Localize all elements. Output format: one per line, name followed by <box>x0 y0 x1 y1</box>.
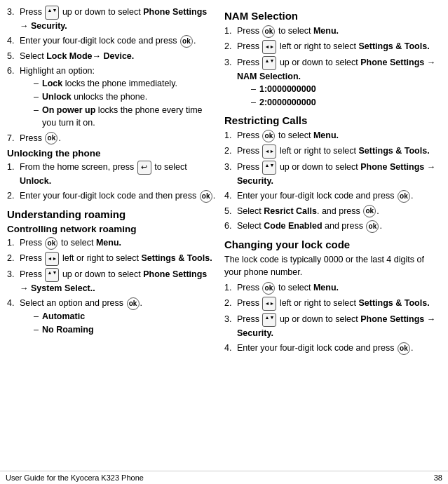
list-item: 3.Press up or down to select Phone Setti… <box>7 6 217 32</box>
item-number: 3. <box>224 161 231 173</box>
bold-subitem: 2:0000000000 <box>259 98 316 107</box>
bold-subitem: Unlock <box>42 92 72 102</box>
ok-button-icon: ok <box>262 130 275 142</box>
list-item: 1.Press ok to select Menu. <box>224 281 441 295</box>
list-item: 2.Press left or right to select Settings… <box>224 144 441 159</box>
nav-left-right-icon <box>262 144 276 159</box>
unlocking-heading: Unlocking the phone <box>7 148 217 159</box>
item-number: 2. <box>224 297 231 309</box>
sub-list-item: No Roaming <box>34 323 217 336</box>
item-number: 2. <box>224 40 231 53</box>
restricting-section: Restricting Calls 1.Press ok to select M… <box>224 114 441 233</box>
list-item: 4.Select an option and press ok.Automati… <box>7 297 217 336</box>
bold-text: Resrict Calls <box>264 206 317 216</box>
list-item: 4.Enter your four-digit lock code and pr… <box>224 342 441 355</box>
list-item: 2.Press left or right to select Settings… <box>224 40 441 54</box>
bold-subitem: Lock <box>42 79 62 88</box>
item-number: 4. <box>7 34 14 47</box>
ok-button-icon: ok <box>363 205 376 217</box>
ok-button-icon: ok <box>127 297 140 310</box>
item-number: 6. <box>224 220 231 232</box>
nav-up-down-icon <box>262 161 276 175</box>
unlocking-list: 1.From the home screen, press to select … <box>7 161 217 203</box>
list-item: 1.Press ok to select Menu. <box>7 236 217 250</box>
list-item: 3.Press up or down to select Phone Setti… <box>224 56 441 109</box>
sub-list: AutomaticNo Roaming <box>20 310 217 336</box>
lock-code-heading: Changing your lock code <box>224 238 441 250</box>
nam-list: 1.Press ok to select Menu.2.Press left o… <box>224 25 441 109</box>
roaming-list: 1.Press ok to select Menu.2.Press left o… <box>7 236 217 336</box>
item-number: 2. <box>7 189 14 202</box>
ok-button-icon: ok <box>45 237 57 250</box>
bold-text: Settings & Tools. <box>141 253 212 263</box>
sub-list-item: Automatic <box>34 310 217 323</box>
sub-list: Lock locks the phone immediately.Unlock … <box>20 77 217 130</box>
main-content: 3.Press up or down to select Phone Setti… <box>7 6 441 359</box>
nav-left-right-icon <box>262 297 276 311</box>
list-item: 5.Select Lock Mode→ Device. <box>7 50 217 62</box>
restricting-list: 1.Press ok to select Menu.2.Press left o… <box>224 129 441 233</box>
list-item: 5.Select Resrict Calls. and press ok. <box>224 205 441 218</box>
bold-text: Device. <box>104 51 135 61</box>
list-item: 1.From the home screen, press to select … <box>7 161 217 187</box>
nav-up-down-icon <box>262 56 276 70</box>
bold-text: Code Enabled <box>264 221 322 231</box>
item-number: 3. <box>7 6 14 18</box>
list-item: 4.Enter your four-digit lock code and pr… <box>224 189 441 203</box>
item-number: 1. <box>7 236 14 249</box>
bold-subitem: No Roaming <box>42 325 94 335</box>
lock-code-list: 1.Press ok to select Menu.2.Press left o… <box>224 281 441 355</box>
roaming-main-heading: Understanding roaming <box>7 208 217 220</box>
list-item: 6.Select Code Enabled and press ok. <box>224 220 441 233</box>
item-number: 1. <box>7 161 14 173</box>
right-column: NAM Selection 1.Press ok to select Menu.… <box>224 6 441 359</box>
bold-text: Settings & Tools. <box>358 146 429 156</box>
item-number: 4. <box>224 342 231 354</box>
list-item: 6.Highlight an option:Lock locks the pho… <box>7 65 217 130</box>
ok-button-icon: ok <box>398 342 410 355</box>
list-item: 3.Press up or down to select Phone Setti… <box>7 268 217 295</box>
bold-text: Menu. <box>313 130 339 140</box>
sub-list-item: On power up locks the phone every time y… <box>34 104 217 129</box>
item-number: 1. <box>224 25 231 37</box>
bold-text: Lock Mode <box>46 51 92 61</box>
ok-button-icon: ok <box>200 190 212 203</box>
item-number: 1. <box>224 129 231 142</box>
item-number: 2. <box>224 144 231 157</box>
bold-subitem: Automatic <box>42 311 85 321</box>
left-column: 3.Press up or down to select Phone Setti… <box>7 6 217 359</box>
nam-section: NAM Selection 1.Press ok to select Menu.… <box>224 10 441 109</box>
bold-subitem: 1:0000000000 <box>259 84 316 94</box>
item-number: 4. <box>224 189 231 202</box>
item-number: 5. <box>224 205 231 217</box>
sub-list-item: 2:0000000000 <box>251 96 441 109</box>
item-number: 1. <box>224 281 231 294</box>
nam-heading: NAM Selection <box>224 10 441 22</box>
bold-text: Settings & Tools. <box>358 298 429 308</box>
item-number: 7. <box>7 132 14 144</box>
left-main-list: 3.Press up or down to select Phone Setti… <box>7 6 217 144</box>
item-number: 3. <box>7 268 14 281</box>
bold-text: Menu. <box>313 283 339 293</box>
ok-button-icon: ok <box>262 282 275 295</box>
list-item: 4.Enter your four-digit lock code and pr… <box>7 34 217 48</box>
restricting-heading: Restricting Calls <box>224 114 441 126</box>
list-item: 1.Press ok to select Menu. <box>224 25 441 38</box>
ok-button-icon: ok <box>262 25 275 38</box>
footer-right: 38 <box>434 473 442 482</box>
list-item: 2.Enter your four-digit lock code and th… <box>7 189 217 203</box>
sub-list-item: Unlock unlocks the phone. <box>34 90 217 103</box>
lock-code-section: Changing your lock code The lock code is… <box>224 238 441 355</box>
list-item: 2.Press left or right to select Settings… <box>7 252 217 266</box>
item-number: 4. <box>7 297 14 309</box>
sub-list-item: Lock locks the phone immediately. <box>34 77 217 90</box>
item-number: 2. <box>7 252 14 264</box>
list-item: 3.Press up or down to select Phone Setti… <box>224 313 441 340</box>
bold-text: Settings & Tools. <box>358 41 429 51</box>
nav-left-right-icon <box>45 252 59 266</box>
item-number: 3. <box>224 56 231 69</box>
ok-button-icon: ok <box>45 132 57 144</box>
nav-back-icon <box>137 161 151 175</box>
nav-up-down-icon <box>262 313 276 327</box>
nav-left-right-icon <box>262 40 276 54</box>
